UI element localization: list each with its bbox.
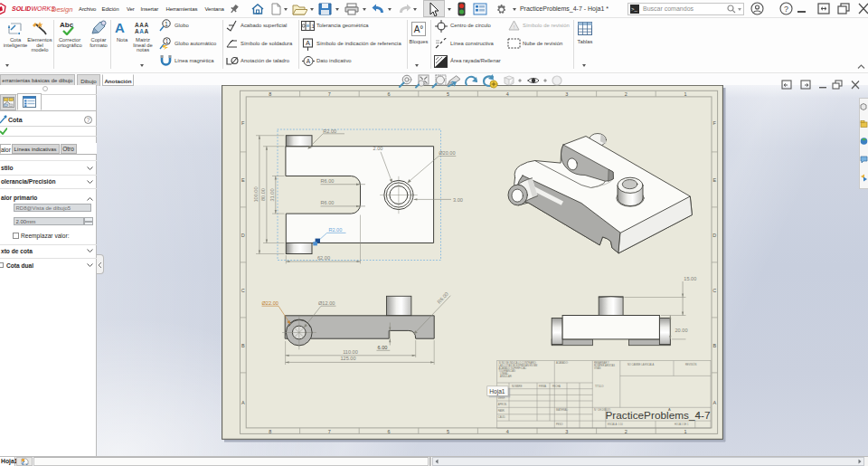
svg-text:1: 1 — [684, 429, 686, 434]
svg-text:D: D — [241, 233, 245, 238]
svg-text:8: 8 — [269, 429, 271, 434]
svg-text:PracticeProblems_4-7: PracticeProblems_4-7 — [606, 409, 711, 422]
svg-text:MATERIAL:: MATERIAL: — [556, 408, 569, 412]
svg-text:R2.00: R2.00 — [328, 227, 342, 233]
svg-text:15.00: 15.00 — [684, 276, 696, 281]
svg-text:E: E — [712, 177, 716, 183]
svg-text:C: C — [712, 288, 716, 293]
svg-text:B: B — [241, 343, 245, 348]
svg-text:HOJA 1 DE 1: HOJA 1 DE 1 — [675, 423, 689, 426]
svg-text:6.00: 6.00 — [378, 345, 388, 350]
svg-text:FABR.: FABR. — [498, 409, 505, 413]
svg-text:A: A — [306, 39, 310, 47]
svg-text:ANGULAR:: ANGULAR: — [500, 375, 513, 378]
svg-text:2.00: 2.00 — [373, 146, 383, 151]
svg-text:7: 7 — [328, 91, 331, 97]
svg-text:R6.00: R6.00 — [321, 178, 335, 184]
svg-text:20.00: 20.00 — [675, 328, 688, 333]
svg-text:VIVAS: VIVAS — [594, 366, 601, 370]
svg-text:62.00: 62.00 — [317, 255, 330, 261]
svg-text:7: 7 — [328, 429, 331, 434]
svg-text:1: 1 — [684, 91, 686, 97]
svg-text:110.00: 110.00 — [343, 349, 358, 355]
svg-text:R2.00: R2.00 — [323, 128, 336, 134]
svg-text:FIRMA: FIRMA — [539, 385, 546, 388]
svg-text:100.00: 100.00 — [253, 186, 259, 202]
svg-text:125.00: 125.00 — [340, 356, 355, 361]
svg-text:3: 3 — [565, 429, 568, 434]
svg-text:NO CAMBIE LA ESCALA: NO CAMBIE LA ESCALA — [627, 363, 655, 366]
svg-text:4: 4 — [506, 91, 509, 97]
svg-text:3.00: 3.00 — [453, 197, 463, 203]
svg-text:1: 1 — [165, 38, 169, 44]
svg-text:FECHA: FECHA — [552, 385, 561, 388]
svg-text:?: ? — [784, 5, 788, 14]
svg-text:B: B — [712, 343, 716, 348]
svg-text:Ø22.00: Ø22.00 — [262, 300, 278, 306]
svg-text:?: ? — [87, 116, 90, 122]
svg-text:.1: .1 — [310, 24, 315, 29]
svg-text:CALID.: CALID. — [498, 415, 506, 419]
svg-text:8: 8 — [269, 91, 271, 97]
svg-text:5: 5 — [447, 91, 449, 97]
svg-text:Ø20.00: Ø20.00 — [439, 150, 455, 156]
svg-text:A: A — [696, 412, 699, 416]
svg-text:5: 5 — [447, 429, 449, 434]
svg-text:2: 2 — [625, 429, 627, 434]
svg-text:6: 6 — [387, 91, 390, 97]
svg-text:E: E — [241, 177, 245, 183]
svg-text:APROB.: APROB. — [498, 403, 507, 406]
svg-text:A: A — [241, 400, 245, 405]
svg-text:R6.00: R6.00 — [321, 200, 335, 205]
svg-text:6: 6 — [387, 429, 390, 434]
svg-text:PESO:: PESO: — [556, 423, 563, 426]
svg-text:NOMBRE: NOMBRE — [512, 385, 523, 388]
svg-text:A: A — [668, 407, 671, 412]
svg-text:4: 4 — [506, 429, 509, 434]
svg-text:3: 3 — [565, 91, 568, 97]
svg-text:Ø12.00: Ø12.00 — [318, 300, 335, 306]
svg-text:TÍTULO:: TÍTULO: — [595, 385, 604, 388]
svg-text:C: C — [241, 288, 245, 293]
svg-text:2: 2 — [625, 91, 627, 97]
svg-text:Hoja1: Hoja1 — [489, 388, 505, 395]
svg-text:1: 1 — [165, 21, 168, 27]
svg-text:80.00: 80.00 — [260, 188, 266, 201]
svg-text:ACABADO:: ACABADO: — [556, 361, 569, 365]
svg-text:ESCALA: 1:10: ESCALA: 1:10 — [608, 423, 623, 426]
svg-text:D: D — [712, 233, 716, 238]
svg-text:A: A — [307, 58, 311, 64]
svg-text:A: A — [712, 400, 716, 405]
svg-text:31.00: 31.00 — [269, 189, 275, 202]
